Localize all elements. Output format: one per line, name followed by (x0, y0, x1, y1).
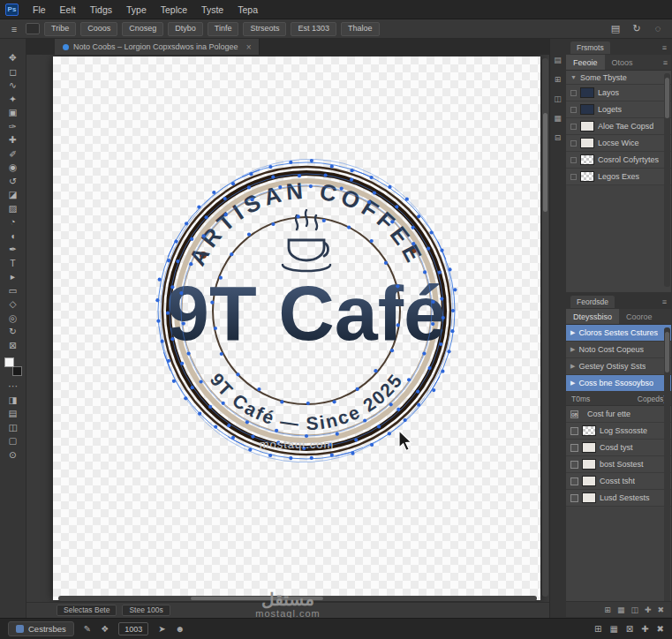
brush-tool[interactable]: ✐ (0, 147, 26, 162)
checkbox[interactable]: 08 (570, 410, 578, 418)
checkbox[interactable] (570, 494, 578, 502)
hand-tool[interactable]: ◇ (0, 297, 26, 312)
canvas-vscroll-thumb[interactable] (543, 113, 547, 212)
artboard[interactable]: ARTISAN COFFEE 9T Café — Since 2025 9T C… (53, 56, 540, 600)
artboard-tool[interactable]: ◫ (0, 421, 26, 435)
marquee-tool[interactable]: ◻ (0, 65, 26, 79)
menu-view[interactable]: Tepa (230, 2, 265, 18)
users-icon[interactable]: ☻ (176, 624, 185, 634)
remove-item-icon[interactable]: ✖ (657, 624, 664, 634)
wand-tool[interactable]: ✦ (0, 93, 26, 107)
checkbox[interactable] (570, 444, 578, 452)
layer-row[interactable]: Cosrol Cofyrtytes (566, 152, 671, 169)
refresh-icon[interactable]: ↻ (630, 23, 644, 34)
background-color-swatch[interactable] (12, 366, 22, 376)
property-group-row[interactable]: ▶ Coss bne Ssosoybso (566, 375, 671, 392)
list-item[interactable]: bost Sostest (566, 456, 671, 473)
visibility-icon[interactable] (570, 157, 577, 163)
option-button-3[interactable]: Cnoseg (122, 22, 163, 36)
extra-tool-1[interactable]: ▢ (0, 434, 26, 448)
bottom-left-button[interactable]: Cestrsbes (8, 621, 74, 636)
layer-row[interactable]: Logets (566, 101, 671, 118)
list-item[interactable]: Lusd Sestests (566, 490, 671, 507)
layer-group-row[interactable]: ▼ Some Tbyste (566, 71, 671, 85)
shape-tool[interactable]: ▭ (0, 284, 26, 298)
layer-row[interactable]: Legos Exes (566, 169, 671, 185)
workspace-icon[interactable]: ▤ (608, 23, 623, 34)
option-button-1[interactable]: Tribe (44, 22, 76, 36)
add-item-icon[interactable]: ✚ (641, 624, 648, 634)
heal-tool[interactable]: ✚ (0, 133, 26, 147)
list-item[interactable]: Cosd tyst (566, 440, 671, 456)
shape-status-icon[interactable]: ❖ (101, 624, 109, 634)
dock-panel-icon-2[interactable]: ⊞ (555, 76, 562, 84)
tab-color[interactable]: Cooroe (619, 309, 660, 324)
dock-panel-icon-1[interactable]: ▤ (554, 56, 562, 64)
visibility-icon[interactable] (570, 107, 577, 113)
type-tool[interactable]: T (0, 257, 26, 271)
menu-edit[interactable]: Eelt (53, 2, 83, 18)
delete-icon[interactable]: ✖ (657, 605, 664, 614)
move-tool[interactable]: ✥ (0, 51, 26, 65)
pen-tool[interactable]: ✒ (0, 243, 26, 257)
panel-menu-icon[interactable]: ≡ (662, 43, 667, 52)
history-brush-tool[interactable]: ↺ (0, 175, 26, 189)
footer-mask-icon[interactable]: ◫ (630, 605, 638, 614)
app-logo-icon[interactable]: Ps (5, 4, 19, 16)
active-tool-preview[interactable] (26, 23, 40, 34)
layer-row[interactable]: Layos (566, 85, 671, 101)
eyedropper-tool[interactable]: ✑ (0, 120, 26, 134)
zoom-level-field[interactable]: 1003 (118, 622, 148, 635)
grid-view-icon[interactable]: ⊞ (594, 624, 601, 634)
logo-svg[interactable]: ARTISAN COFFEE 9T Café — Since 2025 9T C… (53, 56, 540, 600)
tab-layers[interactable]: Feeoie (566, 55, 605, 70)
option-button-5[interactable]: Tinfe (208, 22, 239, 36)
dodge-tool[interactable]: ◖ (0, 229, 26, 244)
list-item[interactable]: Log Sssosste (566, 423, 671, 440)
footer-fill-icon[interactable]: ▦ (617, 605, 625, 614)
option-extra-2[interactable]: Est 1303 (291, 22, 336, 36)
visibility-icon[interactable] (570, 174, 577, 180)
menu-image[interactable]: Tidgs (83, 2, 119, 18)
checkbox[interactable] (570, 477, 578, 485)
checkbox[interactable] (570, 461, 578, 469)
canvas-vertical-scrollbar[interactable] (542, 58, 548, 597)
navigate-icon[interactable]: ➤ (158, 624, 165, 634)
path-select-tool[interactable]: ▸ (0, 270, 26, 284)
foreground-color-swatch[interactable] (4, 357, 14, 367)
layer-row[interactable]: Aloe Tae Copsd (566, 118, 671, 135)
tiles-icon[interactable]: ▦ (609, 624, 617, 634)
close-icon[interactable]: × (246, 42, 252, 52)
visibility-icon[interactable] (570, 124, 577, 130)
rotate-view-tool[interactable]: ↻ (0, 325, 26, 339)
visibility-icon[interactable] (570, 140, 577, 147)
layers-panel-scrollbar[interactable] (664, 73, 670, 287)
zoom-tool[interactable]: ◎ (0, 312, 26, 326)
properties-panel-scrollbar[interactable] (664, 327, 670, 612)
menu-type[interactable]: Type (119, 2, 154, 18)
quick-mask-button[interactable]: ◨ (0, 394, 26, 408)
screen-mode-button[interactable]: ▤ (0, 407, 26, 421)
tab-properties[interactable]: Dteyssbiso (566, 309, 619, 324)
circle-icon[interactable]: ◌ (651, 23, 665, 34)
property-group-row[interactable]: ▶ Noto Cost Copeus (566, 342, 671, 358)
layer-row[interactable]: Locse Wice (566, 135, 671, 152)
menu-select[interactable]: Teplce (154, 2, 194, 18)
layers-tabs-menu-icon[interactable]: ≡ (660, 55, 671, 70)
add-icon[interactable]: ✚ (645, 605, 652, 614)
frame-tool[interactable]: ⊠ (0, 339, 26, 353)
tab-channels[interactable]: Otoos (605, 55, 640, 70)
layers-panel-header-tab[interactable]: Frsmots (570, 41, 610, 54)
menu-filter[interactable]: Tyste (194, 2, 230, 18)
status-button-size[interactable]: Stee 100s (122, 605, 170, 617)
checkbox[interactable] (570, 427, 578, 435)
dock-panel-icon-3[interactable]: ◫ (554, 95, 562, 103)
pen-status-icon[interactable]: ✎ (84, 624, 91, 634)
option-button-4[interactable]: Dtybo (168, 22, 203, 36)
blur-tool[interactable]: ◔ (0, 215, 26, 229)
crop-tool[interactable]: ▣ (0, 106, 26, 120)
canvas-hscroll-thumb[interactable] (191, 597, 323, 600)
extra-tool-2[interactable]: ⊙ (0, 448, 26, 462)
option-extra-3[interactable]: Thaloe (341, 22, 380, 36)
list-item[interactable]: 08 Cost fur ette (566, 406, 671, 423)
